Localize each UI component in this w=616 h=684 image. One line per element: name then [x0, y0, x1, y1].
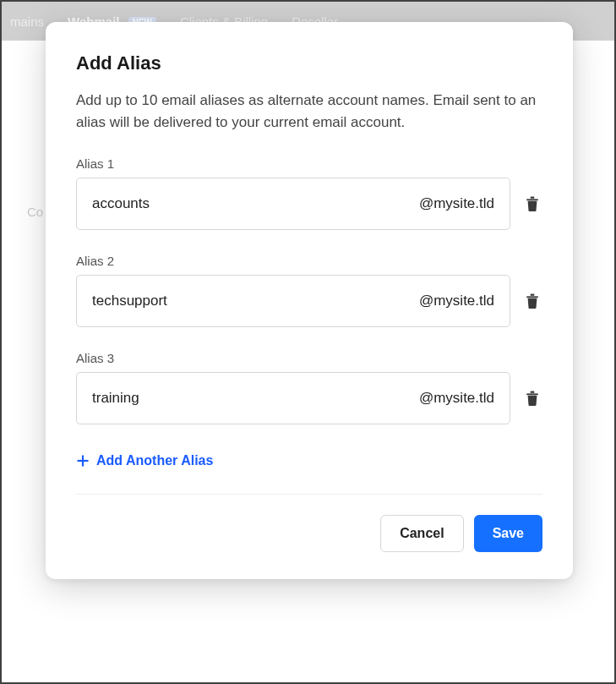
delete-alias-button[interactable] — [522, 391, 542, 406]
alias-input-wrap[interactable]: @mysite.tld — [76, 275, 510, 327]
svg-rect-4 — [526, 393, 538, 395]
alias-input[interactable] — [92, 390, 419, 407]
alias-label: Alias 1 — [76, 156, 542, 171]
delete-alias-button[interactable] — [522, 293, 542, 309]
alias-domain-suffix: @mysite.tld — [419, 293, 494, 309]
delete-alias-button[interactable] — [522, 196, 542, 211]
alias-label: Alias 3 — [76, 351, 542, 365]
alias-domain-suffix: @mysite.tld — [419, 390, 494, 407]
svg-rect-0 — [526, 199, 538, 200]
alias-row: @mysite.tld — [76, 178, 542, 230]
alias-input[interactable] — [92, 195, 419, 212]
modal-description: Add up to 10 email aliases as alternate … — [76, 90, 542, 134]
add-alias-modal: Add Alias Add up to 10 email aliases as … — [46, 22, 573, 579]
alias-block: Alias 3 @mysite.tld — [76, 351, 542, 424]
alias-row: @mysite.tld — [76, 372, 542, 424]
trash-icon — [526, 196, 539, 211]
svg-rect-1 — [531, 196, 535, 198]
trash-icon — [526, 391, 539, 406]
trash-icon — [526, 293, 539, 309]
alias-input-wrap[interactable]: @mysite.tld — [76, 178, 510, 230]
add-another-label: Add Another Alias — [96, 453, 213, 468]
plus-icon — [76, 454, 90, 468]
svg-rect-5 — [531, 391, 535, 392]
svg-rect-2 — [526, 296, 538, 298]
alias-row: @mysite.tld — [76, 275, 542, 327]
add-another-alias-button[interactable]: Add Another Alias — [76, 453, 213, 468]
alias-block: Alias 2 @mysite.tld — [76, 254, 542, 327]
alias-label: Alias 2 — [76, 254, 542, 268]
save-button[interactable]: Save — [474, 515, 542, 552]
alias-block: Alias 1 @mysite.tld — [76, 156, 542, 230]
modal-title: Add Alias — [76, 52, 542, 74]
alias-input[interactable] — [92, 293, 419, 309]
modal-divider — [76, 494, 542, 495]
alias-input-wrap[interactable]: @mysite.tld — [76, 372, 510, 424]
svg-rect-3 — [531, 293, 535, 295]
modal-footer: Cancel Save — [76, 515, 542, 552]
alias-domain-suffix: @mysite.tld — [419, 195, 494, 212]
cancel-button[interactable]: Cancel — [380, 515, 463, 552]
